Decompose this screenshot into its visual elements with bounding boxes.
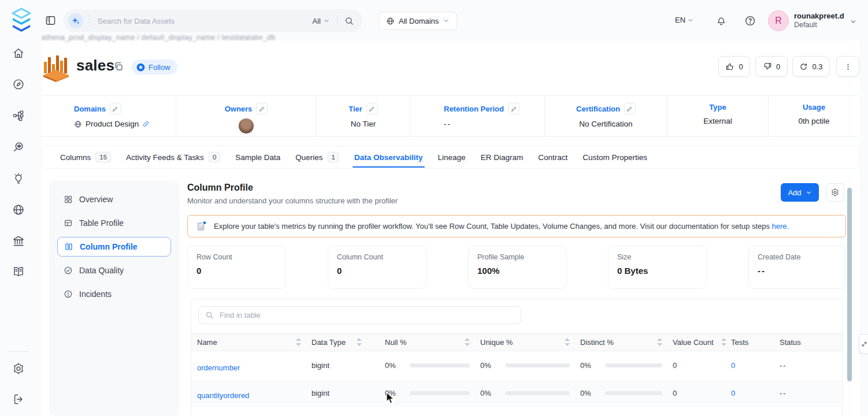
- distinct-pct-cell: 0%: [580, 389, 673, 398]
- ai-sparkle-icon[interactable]: [68, 13, 83, 28]
- column-header-unique-pct[interactable]: Unique %: [480, 338, 580, 347]
- sort-icon[interactable]: [721, 338, 726, 346]
- sidebar-item-label: Overview: [79, 195, 113, 204]
- stat-label: Column Count: [337, 253, 417, 261]
- version-button[interactable]: 0.3: [792, 56, 830, 77]
- explore-compass-icon[interactable]: [12, 78, 25, 91]
- tab-label: Data Observability: [354, 153, 423, 162]
- edit-domains-icon[interactable]: [110, 103, 121, 114]
- tab-data-observability[interactable]: Data Observability: [347, 146, 431, 168]
- profiler-settings-button[interactable]: [826, 183, 844, 202]
- column-header-value-count[interactable]: Value Count: [673, 338, 731, 347]
- observability-icon[interactable]: [12, 141, 25, 154]
- column-header-null-pct[interactable]: Null %: [385, 338, 480, 347]
- tab-custom-properties[interactable]: Custom Properties: [575, 146, 655, 168]
- column-header-data-type[interactable]: Data Type: [311, 338, 385, 347]
- vertical-scrollbar[interactable]: [847, 188, 852, 381]
- insights-bulb-icon[interactable]: [12, 172, 25, 185]
- banner-link[interactable]: here.: [772, 222, 789, 231]
- stat-label: Size: [617, 253, 698, 261]
- sort-icon[interactable]: [565, 338, 570, 346]
- column-name-link[interactable]: quantityordered: [197, 391, 311, 400]
- column-header-name[interactable]: Name: [197, 338, 311, 347]
- profiler-doc-icon: [195, 220, 207, 233]
- sidebar-item-overview[interactable]: Overview: [57, 190, 171, 209]
- user-avatar[interactable]: R: [768, 10, 789, 31]
- table-header-row: Name Data Type Null % Unique % Distinct …: [191, 333, 843, 351]
- breadcrumb[interactable]: athena_prod_display_name / default_displ…: [42, 34, 276, 42]
- rail-divider: [8, 351, 29, 352]
- distinct-pct-bar: [605, 391, 662, 395]
- tab-columns[interactable]: Columns 15: [53, 146, 118, 168]
- column-header-tests: Tests: [731, 338, 780, 347]
- tab-count-badge: 0: [209, 152, 220, 163]
- more-actions-button[interactable]: [836, 56, 859, 77]
- tier-label: Tier: [348, 105, 362, 113]
- search-scope-label: All: [313, 17, 321, 25]
- stat-value: 0: [337, 266, 417, 276]
- stat-value: 0: [196, 266, 277, 276]
- downvote-button[interactable]: 0: [755, 56, 788, 77]
- status-cell: --: [780, 361, 843, 370]
- app-logo[interactable]: [10, 8, 32, 33]
- sidebar-toggle-icon[interactable]: [45, 15, 56, 26]
- panel-expand-button[interactable]: [859, 334, 868, 354]
- tab-activity-feeds[interactable]: Activity Feeds & Tasks 0: [118, 146, 228, 168]
- edit-tier-icon[interactable]: [366, 103, 378, 114]
- tab-queries[interactable]: Queries 1: [288, 146, 347, 168]
- sort-icon[interactable]: [657, 338, 662, 346]
- column-name-link[interactable]: ordernumber: [197, 363, 311, 372]
- user-menu[interactable]: rounakpreet.d Default: [794, 12, 844, 30]
- governance-bank-icon[interactable]: [12, 235, 25, 247]
- search-input[interactable]: [97, 16, 313, 26]
- home-icon[interactable]: [12, 47, 25, 60]
- edit-retention-icon[interactable]: [508, 103, 520, 114]
- copy-icon[interactable]: [113, 61, 124, 72]
- domains-globe-icon[interactable]: [12, 203, 25, 216]
- sidebar-item-data-quality[interactable]: Data Quality: [57, 261, 171, 280]
- follow-button[interactable]: Follow: [132, 60, 177, 75]
- column-header-status: Status: [780, 338, 843, 347]
- edit-certification-icon[interactable]: [624, 103, 636, 114]
- tests-link[interactable]: 0: [731, 389, 780, 398]
- tests-link[interactable]: 0: [731, 361, 780, 370]
- domains-value[interactable]: Product Design: [86, 120, 139, 128]
- tab-sample-data[interactable]: Sample Data: [228, 146, 288, 168]
- search-submit-icon[interactable]: [344, 16, 354, 26]
- tab-contract[interactable]: Contract: [531, 146, 575, 168]
- sort-icon[interactable]: [465, 338, 470, 346]
- metadata-usage: Usage 0th pctile: [769, 96, 859, 136]
- avatar-initial: R: [775, 16, 782, 26]
- notifications-bell-icon[interactable]: [715, 15, 727, 27]
- null-pct-cell: 0%: [385, 361, 480, 370]
- sidebar-item-column-profile[interactable]: Column Profile: [57, 237, 171, 257]
- search-scope-dropdown[interactable]: All: [313, 17, 330, 25]
- sort-icon[interactable]: [357, 338, 362, 346]
- user-menu-chevron-icon[interactable]: [850, 18, 857, 25]
- sidebar-item-incidents[interactable]: Incidents: [57, 284, 171, 304]
- unique-pct-cell: 0%: [480, 389, 580, 398]
- find-in-table-input[interactable]: [218, 310, 514, 320]
- sort-icon[interactable]: [296, 338, 301, 346]
- language-switcher[interactable]: EN: [675, 16, 694, 24]
- null-pct-cell: 0%: [385, 389, 480, 398]
- platform-graph-icon[interactable]: [12, 109, 25, 122]
- help-icon[interactable]: [744, 15, 756, 27]
- sidebar-item-label: Data Quality: [79, 266, 124, 275]
- tab-er-diagram[interactable]: ER Diagram: [473, 146, 531, 168]
- glossary-book-icon[interactable]: [12, 265, 25, 278]
- certification-value: No Certification: [579, 120, 632, 128]
- settings-gear-icon[interactable]: [12, 362, 25, 375]
- tab-label: Lineage: [438, 153, 466, 162]
- sidebar-item-table-profile[interactable]: Table Profile: [57, 213, 171, 233]
- column-header-distinct-pct[interactable]: Distinct %: [580, 338, 673, 347]
- tab-lineage[interactable]: Lineage: [431, 146, 473, 168]
- status-cell: --: [780, 389, 843, 398]
- tab-label: ER Diagram: [481, 153, 524, 162]
- add-button[interactable]: Add: [781, 183, 819, 202]
- logout-icon[interactable]: [12, 393, 25, 406]
- owner-avatar[interactable]: [239, 118, 254, 133]
- upvote-button[interactable]: 0: [718, 56, 750, 77]
- all-domains-button[interactable]: All Domains: [379, 12, 457, 30]
- edit-owners-icon[interactable]: [256, 103, 268, 114]
